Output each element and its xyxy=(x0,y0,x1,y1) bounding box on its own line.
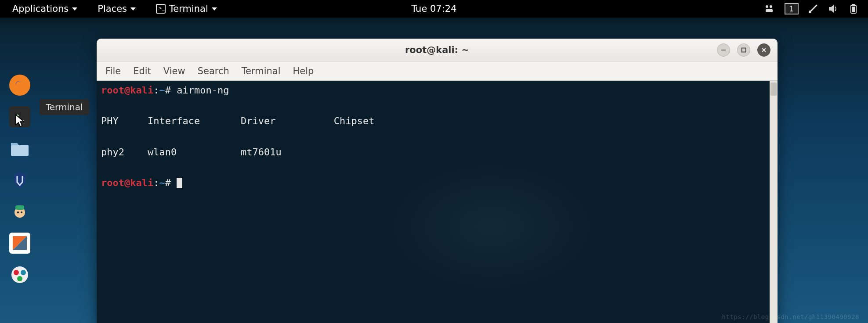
prompt-user: root@kali xyxy=(101,177,153,188)
val-driver: mt7601u xyxy=(241,147,282,158)
close-button[interactable] xyxy=(757,43,770,57)
svg-point-19 xyxy=(17,276,22,281)
menu-help[interactable]: Help xyxy=(293,66,314,76)
window-title: root@kali: ~ xyxy=(405,45,469,55)
clock[interactable]: Tue 07:24 xyxy=(411,4,456,14)
dock-burpsuite[interactable] xyxy=(9,233,30,254)
svg-point-0 xyxy=(766,5,768,8)
svg-rect-11 xyxy=(15,205,24,210)
svg-rect-21 xyxy=(742,48,746,52)
places-menu[interactable]: Places xyxy=(94,1,139,17)
svg-rect-20 xyxy=(721,50,726,50)
prompt-path: ~ xyxy=(159,177,165,188)
terminal-appmenu-label: Terminal xyxy=(169,4,208,14)
dock-firefox[interactable] xyxy=(9,75,30,96)
minimize-button[interactable] xyxy=(717,43,730,57)
workspace-indicator[interactable]: 1 xyxy=(785,3,799,14)
svg-rect-9 xyxy=(11,145,29,156)
menu-search[interactable]: Search xyxy=(198,66,229,76)
col-phy: PHY xyxy=(101,115,119,126)
svg-rect-7 xyxy=(852,7,855,12)
svg-marker-4 xyxy=(829,5,834,13)
svg-point-3 xyxy=(809,11,811,13)
prompt-path: ~ xyxy=(159,85,165,96)
battery-icon[interactable] xyxy=(848,3,859,14)
places-label: Places xyxy=(98,4,127,14)
chevron-down-icon xyxy=(72,7,77,11)
prompt-hash: # xyxy=(165,177,171,188)
svg-point-18 xyxy=(21,270,26,275)
col-chipset: Chipset xyxy=(334,115,375,126)
col-driver: Driver xyxy=(241,115,275,126)
chevron-down-icon xyxy=(212,7,217,11)
chevron-down-icon xyxy=(130,7,136,11)
dock-tooltip: Terminal xyxy=(40,99,89,115)
maximize-button[interactable] xyxy=(737,43,750,57)
terminal-icon: >_ xyxy=(156,4,166,14)
terminal-menubar: File Edit View Search Terminal Help xyxy=(97,61,778,81)
clock-label: Tue 07:24 xyxy=(411,4,456,14)
svg-point-17 xyxy=(14,270,19,275)
dock-files[interactable] xyxy=(9,138,30,159)
svg-rect-2 xyxy=(766,9,773,12)
command-text: airmon-ng xyxy=(177,85,229,96)
menu-terminal[interactable]: Terminal xyxy=(242,66,281,76)
val-interface: wlan0 xyxy=(148,147,177,158)
terminal-body[interactable]: root@kali:~# airmon-ng PHY Interface Dri… xyxy=(97,81,778,323)
col-interface: Interface xyxy=(148,115,200,126)
dock-zenmap[interactable] xyxy=(9,264,30,285)
dock-armitage[interactable] xyxy=(9,201,30,222)
applications-label: Applications xyxy=(12,4,69,14)
text-cursor xyxy=(177,178,182,188)
prompt-hash: # xyxy=(165,85,171,96)
screencast-icon[interactable] xyxy=(764,3,776,14)
prompt-sep: : xyxy=(153,177,159,188)
svg-point-12 xyxy=(17,212,19,213)
top-bar: Applications Places >_ Terminal Tue 07:2… xyxy=(0,0,868,18)
volume-icon[interactable] xyxy=(828,3,839,14)
menu-file[interactable]: File xyxy=(105,66,121,76)
svg-point-1 xyxy=(770,5,772,8)
tooltip-label: Terminal xyxy=(46,102,83,112)
terminal-window: root@kali: ~ File Edit View Search Termi… xyxy=(97,39,778,323)
window-titlebar[interactable]: root@kali: ~ xyxy=(97,39,778,61)
svg-rect-6 xyxy=(852,4,855,5)
dock-metasploit[interactable] xyxy=(9,169,30,190)
val-phy: phy2 xyxy=(101,147,124,158)
terminal-appmenu[interactable]: >_ Terminal xyxy=(152,1,221,17)
dock: $_ xyxy=(4,70,35,290)
prompt-user: root@kali xyxy=(101,85,153,96)
input-device-icon[interactable] xyxy=(807,3,819,14)
svg-point-13 xyxy=(21,212,22,213)
watermark: https://blog.csdn.net/gh11390490928 xyxy=(722,313,859,320)
applications-menu[interactable]: Applications xyxy=(9,1,81,17)
menu-view[interactable]: View xyxy=(163,66,185,76)
prompt-sep: : xyxy=(153,85,159,96)
workspace-number: 1 xyxy=(789,4,794,13)
menu-edit[interactable]: Edit xyxy=(133,66,151,76)
